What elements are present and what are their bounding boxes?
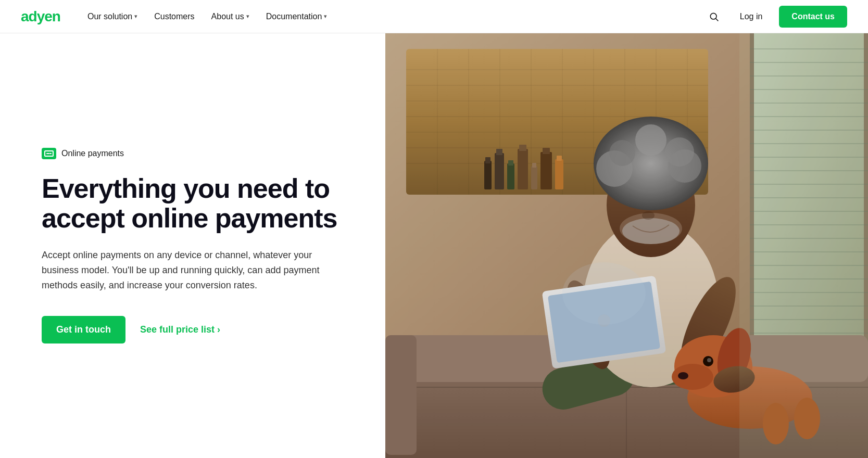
category-text: Online payments — [61, 149, 124, 158]
logo[interactable]: adyen — [21, 8, 60, 25]
navbar: adyen Our solution ▾ Customers About us … — [0, 0, 868, 33]
cta-buttons: Get in touch See full price list › — [42, 316, 344, 344]
get-in-touch-button[interactable]: Get in touch — [42, 316, 125, 344]
payment-card-icon — [42, 148, 56, 159]
category-label: Online payments — [42, 148, 344, 159]
right-panel — [385, 33, 868, 458]
nav-item-about-us[interactable]: About us ▾ — [205, 8, 256, 26]
nav-right: Log in Contact us — [705, 6, 847, 28]
chevron-down-icon-2: ▾ — [246, 13, 249, 20]
svg-line-1 — [715, 18, 718, 21]
contact-us-button[interactable]: Contact us — [779, 6, 847, 28]
search-button[interactable] — [705, 7, 723, 26]
hero-title: Everything you need to accept online pay… — [42, 174, 344, 233]
hero-scene-svg — [385, 33, 868, 458]
nav-label-customers: Customers — [154, 12, 194, 21]
nav-label-documentation: Documentation — [266, 12, 322, 21]
chevron-down-icon-3: ▾ — [324, 13, 327, 20]
nav-links: Our solution ▾ Customers About us ▾ Docu… — [81, 8, 705, 26]
main-content: Online payments Everything you need to a… — [0, 33, 868, 458]
logo-text: adyen — [21, 8, 60, 25]
search-icon — [709, 11, 719, 22]
hero-description: Accept online payments on any device or … — [42, 248, 333, 292]
nav-item-customers[interactable]: Customers — [148, 8, 200, 26]
chevron-down-icon: ▾ — [134, 13, 137, 20]
see-full-price-list-link[interactable]: See full price list › — [140, 324, 220, 335]
left-panel: Online payments Everything you need to a… — [0, 33, 385, 458]
login-link[interactable]: Log in — [734, 8, 769, 26]
svg-point-100 — [562, 262, 646, 325]
svg-rect-99 — [385, 33, 868, 458]
nav-label-our-solution: Our solution — [87, 12, 132, 21]
hero-image — [385, 33, 868, 458]
svg-point-0 — [710, 13, 716, 19]
nav-item-documentation[interactable]: Documentation ▾ — [260, 8, 334, 26]
nav-label-about-us: About us — [211, 12, 244, 21]
nav-item-our-solution[interactable]: Our solution ▾ — [81, 8, 144, 26]
